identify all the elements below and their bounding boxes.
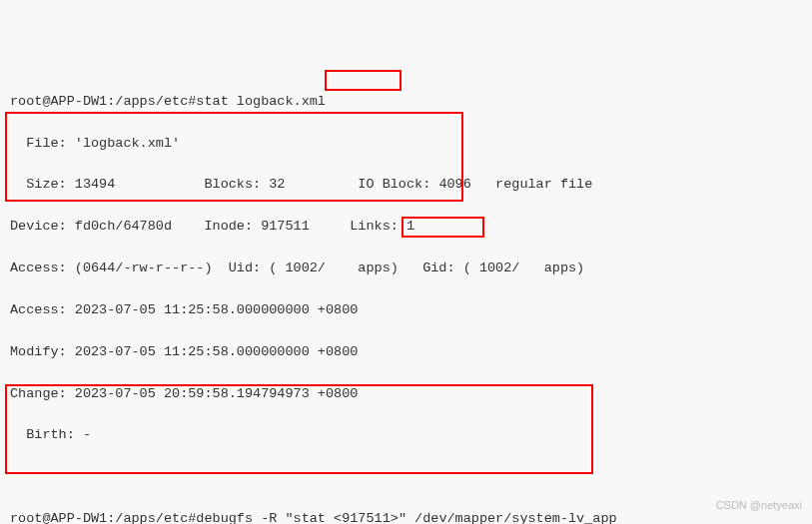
- stat-modify-time-line: Modify: 2023-07-05 11:25:58.000000000 +0…: [10, 342, 802, 363]
- watermark-text: CSDN @netyeaxi: [716, 497, 802, 514]
- debugfs-command-line: root@APP-DW1:/apps/etc#debugfs -R "stat …: [10, 509, 802, 524]
- stat-change-time-line: Change: 2023-07-05 20:59:58.194794973 +0…: [10, 384, 802, 405]
- debugfs-cmd-part-a: root@APP-DW1:/apps/etc#debugfs -R "stat: [10, 511, 334, 524]
- stat-device-inode-line: Device: fd0ch/64780d Inode: 917511 Links…: [10, 217, 802, 238]
- stat-inode-value: 917511: [253, 219, 318, 234]
- debugfs-inode-arg: <917511>: [334, 511, 399, 524]
- stat-file-line: File: 'logback.xml': [10, 134, 802, 155]
- stat-links-part: Links: 1: [318, 219, 414, 234]
- stat-access-perm-line: Access: (0644/-rw-r--r--) Uid: ( 1002/ a…: [10, 259, 802, 279]
- debugfs-cmd-part-b: " /dev/mapper/system-lv_app: [399, 511, 617, 524]
- stat-device-part: Device: fd0ch/64780d Inode:: [10, 219, 253, 234]
- stat-access-time-line: Access: 2023-07-05 11:25:58.000000000 +0…: [10, 300, 802, 321]
- stat-birth-line: Birth: -: [10, 425, 802, 446]
- stat-size-blocks-line: Size: 13494 Blocks: 32 IO Block: 4096 re…: [10, 175, 802, 196]
- highlight-box-inode: [325, 70, 402, 91]
- blank-line: [10, 467, 802, 488]
- stat-command-line: root@APP-DW1:/apps/etc#stat logback.xml: [10, 92, 802, 113]
